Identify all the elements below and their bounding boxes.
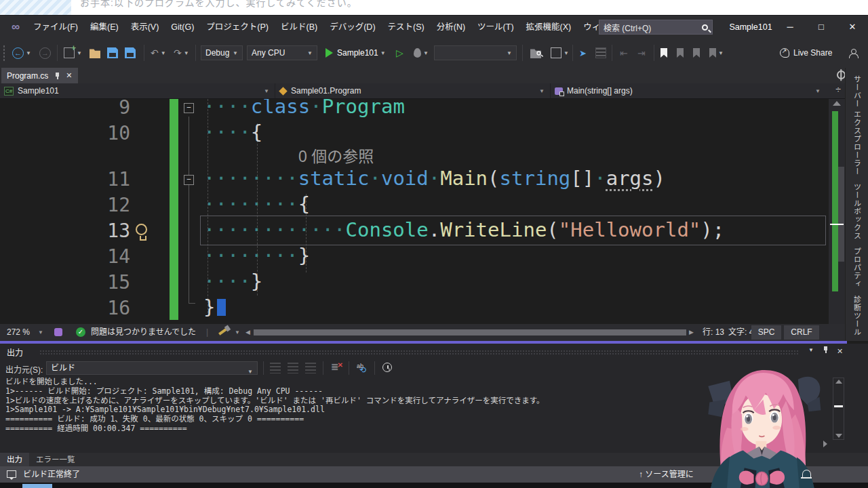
next-bookmark-button[interactable]: [693, 47, 700, 59]
code-line[interactable]: ····class·Program: [203, 99, 405, 121]
output-text[interactable]: ビルドを開始しました...1>------ ビルド開始: プロジェクト: Sam…: [5, 378, 545, 434]
fold-collapse-marker[interactable]: −: [184, 175, 194, 185]
navigate-cursor-button[interactable]: ➤: [579, 47, 587, 59]
side-tab[interactable]: 診断ツール: [852, 296, 863, 336]
scroll-up-icon[interactable]: [833, 101, 841, 106]
insert-mode-indicator[interactable]: SPC: [751, 325, 781, 340]
output-source-combobox[interactable]: ビルド▼: [46, 361, 258, 375]
code-line[interactable]: ····}: [203, 270, 262, 296]
pin-panel-icon[interactable]: [823, 346, 834, 353]
zoom-dropdown-icon[interactable]: ▼: [38, 324, 43, 341]
menu-item[interactable]: 表示(V): [125, 16, 165, 39]
scroll-right-icon[interactable]: ▶: [689, 329, 694, 336]
new-project-button[interactable]: ▼: [64, 47, 82, 59]
previous-bookmark-button[interactable]: [677, 47, 684, 59]
menu-item[interactable]: ツール(T): [471, 16, 519, 39]
side-tab[interactable]: プロパティ: [852, 247, 863, 288]
toolbar-drag-handle[interactable]: [3, 45, 5, 61]
decrease-indent-button[interactable]: ⇤: [620, 47, 628, 59]
maximize-button[interactable]: □: [807, 16, 835, 39]
live-share-button[interactable]: Live Share: [780, 47, 832, 59]
scroll-left-icon[interactable]: ◀: [245, 329, 250, 336]
menu-item[interactable]: プロジェクト(P): [200, 16, 275, 39]
target-framework-combobox[interactable]: ▼: [434, 45, 517, 60]
profiler-button[interactable]: ▼: [414, 47, 429, 59]
fold-collapse-marker[interactable]: −: [184, 103, 194, 113]
breadcrumb-type[interactable]: Sample01.Program▼: [275, 83, 551, 98]
configuration-combobox[interactable]: Debug▼: [201, 45, 243, 60]
clear-all-icon[interactable]: [331, 363, 342, 373]
close-panel-icon[interactable]: ✕: [837, 347, 843, 356]
save-button[interactable]: [107, 47, 118, 59]
menu-item[interactable]: ビルド(B): [275, 16, 323, 39]
code-token: ····: [203, 121, 251, 144]
menu-item[interactable]: デバッグ(D): [323, 16, 381, 39]
menu-item[interactable]: 分析(N): [431, 16, 471, 39]
split-window-handle[interactable]: ÷: [833, 84, 844, 98]
code-editor[interactable]: 9−····class·Program10····{0 個の参照11−·····…: [0, 99, 829, 324]
document-health-text[interactable]: 問題は見つかりませんでした: [91, 324, 196, 341]
add-to-source-control[interactable]: ↑ ソース管理に: [639, 466, 694, 483]
menu-item[interactable]: 拡張機能(X): [520, 16, 578, 39]
codelens-references[interactable]: 0 個の参照: [298, 146, 374, 167]
output-header[interactable]: 出力 ▼ ✕: [0, 344, 868, 360]
menu-item[interactable]: ファイル(F): [27, 16, 84, 39]
navigate-forward-button[interactable]: →: [39, 47, 51, 59]
find-message-icon[interactable]: [270, 363, 281, 373]
visual-studio-logo-icon[interactable]: ∞: [8, 20, 23, 34]
code-cleanup-dropdown-icon[interactable]: ▼: [235, 324, 240, 341]
scrollbar-thumb[interactable]: [838, 167, 844, 262]
code-line[interactable]: ········static·void·Main(string[]·args): [203, 167, 665, 192]
redo-button[interactable]: ↷▼: [174, 47, 189, 59]
panel-tab[interactable]: 出力: [0, 453, 29, 466]
timestamp-icon[interactable]: [382, 363, 392, 372]
open-file-button[interactable]: [90, 47, 100, 59]
build-status-message[interactable]: ビルド正常終了: [23, 466, 80, 483]
menu-item[interactable]: 編集(E): [84, 16, 125, 39]
tab-program-cs[interactable]: Program.cs ✕: [1, 68, 78, 83]
zoom-level-combobox[interactable]: 272 %: [7, 324, 30, 341]
line-number: 12: [88, 192, 130, 218]
clear-bookmarks-button[interactable]: ▼: [709, 47, 724, 59]
navigate-back-button[interactable]: ←▼: [12, 47, 31, 59]
code-line[interactable]: ····{: [203, 121, 262, 146]
minimize-button[interactable]: ─: [776, 16, 804, 39]
line-ending-indicator[interactable]: CRLF: [784, 325, 819, 340]
toggle-bookmark-button[interactable]: [660, 47, 667, 59]
close-button[interactable]: ✕: [838, 16, 867, 39]
line-indicator[interactable]: 行: 13: [703, 324, 724, 341]
window-position-dropdown-icon[interactable]: ▼: [808, 347, 814, 353]
side-tab[interactable]: ツールボックス: [852, 183, 863, 240]
search-icon[interactable]: [702, 24, 708, 30]
paste-button[interactable]: [595, 47, 606, 59]
save-all-button[interactable]: [125, 47, 136, 59]
search-input[interactable]: 検索 (Ctrl+Q): [599, 20, 713, 35]
code-line[interactable]: }: [203, 296, 226, 321]
code-line[interactable]: ············Console.WriteLine("Helloworl…: [203, 218, 724, 244]
side-tab[interactable]: サーバー エクスプローラー: [852, 75, 863, 176]
start-debug-button[interactable]: Sample101▼: [326, 47, 386, 59]
toggle-word-wrap-icon[interactable]: [357, 363, 368, 373]
menu-item[interactable]: テスト(S): [382, 16, 431, 39]
editor-status-row: 272 % ▼ ✓ 問題は見つかりませんでした | ▼ ◀ ▶ 行: 13 文字…: [0, 324, 845, 341]
feedback-button[interactable]: [849, 47, 857, 59]
solution-explorer-button[interactable]: ▼: [551, 47, 569, 59]
platform-combobox[interactable]: Any CPU▼: [247, 45, 317, 60]
lightbulb-quick-actions-icon[interactable]: [136, 224, 147, 235]
find-in-files-button[interactable]: [530, 47, 542, 59]
tab-close-icon[interactable]: ✕: [66, 71, 72, 80]
start-without-debug-button[interactable]: ▷: [396, 47, 403, 59]
editor-scrollbar[interactable]: [829, 99, 845, 324]
goto-next-message-icon[interactable]: [305, 363, 316, 373]
panel-tab[interactable]: エラー一覧: [29, 453, 82, 466]
breadcrumb-member[interactable]: Main(string[] args)▼: [551, 83, 826, 98]
code-line[interactable]: ········}: [203, 244, 310, 270]
horizontal-scrollbar[interactable]: [254, 329, 686, 336]
increase-indent-button[interactable]: ⇥: [637, 47, 646, 59]
menu-item[interactable]: Git(G): [165, 16, 200, 39]
breadcrumb-project[interactable]: C# Sample101▼: [0, 83, 275, 98]
pin-icon[interactable]: [55, 73, 60, 79]
code-line[interactable]: ········{: [203, 192, 310, 218]
goto-previous-message-icon[interactable]: [288, 363, 298, 373]
undo-button[interactable]: ↶▼: [151, 47, 166, 59]
